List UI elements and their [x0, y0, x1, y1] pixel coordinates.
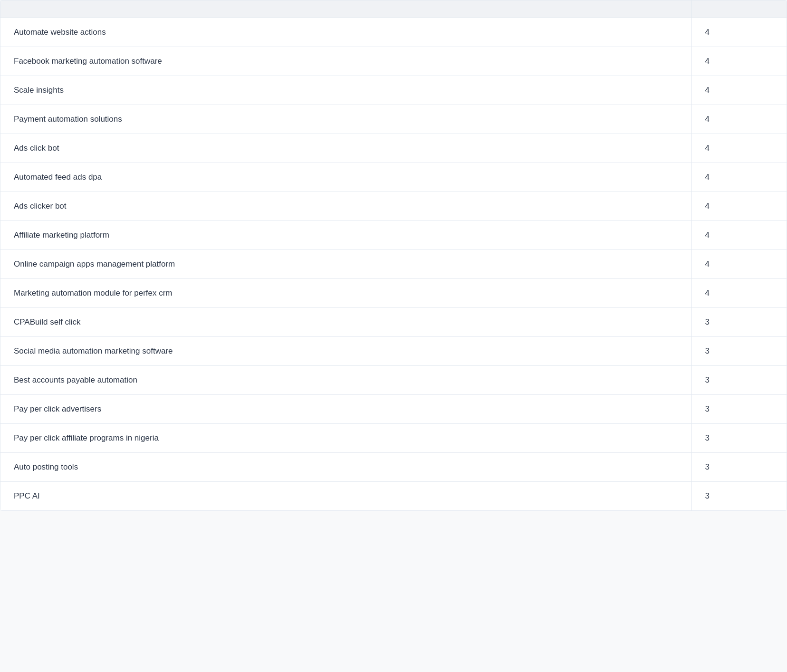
table-cell-keyword: Automated feed ads dpa: [0, 163, 691, 192]
table-header-row: [0, 0, 787, 18]
table-cell-value: 4: [691, 134, 787, 163]
table-row: Automated feed ads dpa4: [0, 163, 787, 192]
table-row: PPC AI3: [0, 482, 787, 511]
table-row: Auto posting tools3: [0, 453, 787, 482]
table-cell-value: 4: [691, 279, 787, 308]
table-cell-value: 3: [691, 453, 787, 482]
table-cell-keyword: Online campaign apps management platform: [0, 250, 691, 279]
table-cell-value: 4: [691, 76, 787, 105]
table-row: Online campaign apps management platform…: [0, 250, 787, 279]
table-cell-keyword: Scale insights: [0, 76, 691, 105]
table-cell-value: 3: [691, 424, 787, 453]
table-cell-keyword: Facebook marketing automation software: [0, 47, 691, 76]
table-row: Scale insights4: [0, 76, 787, 105]
table-row: Ads clicker bot4: [0, 192, 787, 221]
table-cell-keyword: Ads clicker bot: [0, 192, 691, 221]
table-cell-value: 3: [691, 395, 787, 424]
table-cell-keyword: Auto posting tools: [0, 453, 691, 482]
table-row: Best accounts payable automation3: [0, 366, 787, 395]
table-cell-value: 4: [691, 250, 787, 279]
table-row: Social media automation marketing softwa…: [0, 337, 787, 366]
data-table: Automate website actions4Facebook market…: [0, 0, 787, 511]
table-cell-keyword: Best accounts payable automation: [0, 366, 691, 395]
table-cell-keyword: Pay per click affiliate programs in nige…: [0, 424, 691, 453]
table-row: Ads click bot4: [0, 134, 787, 163]
table-cell-value: 4: [691, 221, 787, 250]
table-cell-value: 3: [691, 308, 787, 337]
table-cell-keyword: Pay per click advertisers: [0, 395, 691, 424]
table-cell-keyword: CPABuild self click: [0, 308, 691, 337]
table-row: CPABuild self click3: [0, 308, 787, 337]
table-row: Automate website actions4: [0, 18, 787, 47]
table-row: Affiliate marketing platform4: [0, 221, 787, 250]
table-cell-value: 3: [691, 482, 787, 511]
table-cell-value: 4: [691, 163, 787, 192]
table-cell-keyword: Affiliate marketing platform: [0, 221, 691, 250]
table-cell-keyword: Social media automation marketing softwa…: [0, 337, 691, 366]
table-row: Pay per click affiliate programs in nige…: [0, 424, 787, 453]
table-cell-keyword: PPC AI: [0, 482, 691, 511]
table-cell-keyword: Marketing automation module for perfex c…: [0, 279, 691, 308]
column-header-value: [691, 0, 787, 18]
table-cell-value: 4: [691, 18, 787, 47]
table-row: Payment automation solutions4: [0, 105, 787, 134]
table-cell-keyword: Payment automation solutions: [0, 105, 691, 134]
table-cell-keyword: Ads click bot: [0, 134, 691, 163]
table-row: Facebook marketing automation software4: [0, 47, 787, 76]
table-cell-value: 4: [691, 192, 787, 221]
table-cell-keyword: Automate website actions: [0, 18, 691, 47]
table-cell-value: 4: [691, 47, 787, 76]
table-row: Pay per click advertisers3: [0, 395, 787, 424]
table-cell-value: 3: [691, 337, 787, 366]
table-cell-value: 4: [691, 105, 787, 134]
table-row: Marketing automation module for perfex c…: [0, 279, 787, 308]
column-header-keyword: [0, 0, 691, 18]
table-cell-value: 3: [691, 366, 787, 395]
